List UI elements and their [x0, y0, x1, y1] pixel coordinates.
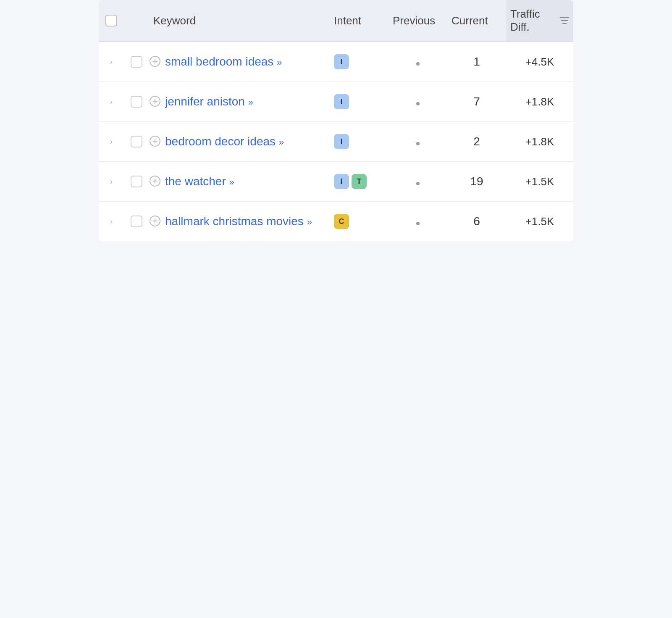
traffic-diff-cell: +4.5K [506, 55, 573, 68]
previous-column-header: Previous [388, 14, 447, 27]
table-row: › the watcher » I T 19 +1.5K [99, 162, 573, 202]
previous-dot [416, 62, 420, 66]
intent-cell: I [330, 94, 388, 109]
filter-icon[interactable] [560, 14, 569, 27]
intent-badge-i: I [334, 174, 349, 189]
previous-dot [416, 222, 420, 225]
row-select-checkbox[interactable] [131, 176, 142, 187]
intent-badge-c: C [334, 214, 349, 229]
intent-cell: I [330, 54, 388, 69]
traffic-diff-cell: +1.8K [506, 95, 573, 108]
intent-badge-i: I [334, 134, 349, 149]
previous-cell [388, 175, 447, 188]
previous-cell [388, 95, 447, 108]
keyword-table: Keyword Intent Previous Current Traffic … [99, 0, 573, 241]
chevron-right-icon: › [110, 177, 113, 186]
keyword-navigate-icon: » [277, 57, 282, 68]
previous-cell [388, 135, 447, 148]
row-checkbox-cell [124, 216, 149, 227]
row-checkbox-cell [124, 96, 149, 108]
traffic-diff-cell: +1.8K [506, 135, 573, 148]
row-checkbox-cell [124, 56, 149, 68]
keyword-navigate-icon: » [248, 97, 253, 108]
header-checkbox-cell [99, 15, 124, 26]
add-keyword-icon[interactable] [149, 55, 161, 70]
table-row: › jennifer aniston » I 7 +1.8K [99, 82, 573, 122]
keyword-navigate-icon: » [229, 177, 234, 187]
keyword-cell: jennifer aniston » [149, 94, 330, 110]
row-expand-chevron[interactable]: › [99, 97, 124, 106]
current-column-header: Current [447, 14, 506, 27]
traffic-diff-cell: +1.5K [506, 175, 573, 188]
intent-badge-t: T [352, 174, 367, 189]
add-keyword-icon[interactable] [149, 95, 161, 110]
intent-badge-i: I [334, 94, 349, 109]
keyword-cell: small bedroom ideas » [149, 54, 330, 70]
keyword-link[interactable]: jennifer aniston » [165, 94, 253, 110]
keyword-cell: hallmark christmas movies » [149, 213, 330, 229]
table-row: › small bedroom ideas » I 1 +4.5K [99, 42, 573, 82]
row-expand-chevron[interactable]: › [99, 177, 124, 186]
current-cell: 19 [447, 175, 506, 188]
traffic-diff-cell: +1.5K [506, 215, 573, 228]
intent-cell: I T [330, 174, 388, 189]
previous-dot [416, 182, 420, 185]
chevron-right-icon: › [110, 58, 113, 66]
previous-cell [388, 55, 447, 68]
header-select-all-checkbox[interactable] [105, 15, 117, 26]
row-select-checkbox[interactable] [131, 96, 142, 108]
keyword-link[interactable]: hallmark christmas movies » [165, 213, 312, 229]
previous-dot [416, 142, 420, 145]
chevron-right-icon: › [110, 217, 113, 226]
intent-badge-i: I [334, 54, 349, 69]
add-keyword-icon[interactable] [149, 135, 161, 150]
table-header: Keyword Intent Previous Current Traffic … [99, 0, 573, 42]
row-select-checkbox[interactable] [131, 216, 142, 227]
current-cell: 7 [447, 95, 506, 108]
row-expand-chevron[interactable]: › [99, 137, 124, 146]
row-expand-chevron[interactable]: › [99, 58, 124, 66]
traffic-diff-label: Traffic Diff. [510, 8, 556, 34]
add-keyword-icon[interactable] [149, 215, 161, 229]
keyword-cell: the watcher » [149, 174, 330, 189]
keyword-column-header: Keyword [149, 14, 330, 27]
current-cell: 1 [447, 55, 506, 68]
chevron-right-icon: › [110, 137, 113, 146]
chevron-right-icon: › [110, 97, 113, 106]
previous-cell [388, 215, 447, 228]
traffic-diff-column-header: Traffic Diff. [506, 0, 573, 41]
intent-cell: I [330, 134, 388, 149]
row-expand-chevron[interactable]: › [99, 217, 124, 226]
table-row: › hallmark christmas movies » C 6 +1.5K [99, 202, 573, 241]
row-checkbox-cell [124, 176, 149, 187]
keyword-navigate-icon: » [307, 217, 312, 227]
previous-dot [416, 102, 420, 105]
row-select-checkbox[interactable] [131, 136, 142, 147]
keyword-navigate-icon: » [279, 137, 284, 147]
table-row: › bedroom decor ideas » I 2 +1.8K [99, 122, 573, 162]
row-checkbox-cell [124, 136, 149, 147]
intent-cell: C [330, 214, 388, 229]
current-cell: 6 [447, 215, 506, 228]
intent-column-header: Intent [330, 14, 388, 27]
current-cell: 2 [447, 135, 506, 148]
keyword-cell: bedroom decor ideas » [149, 134, 330, 150]
add-keyword-icon[interactable] [149, 175, 161, 189]
keyword-link[interactable]: the watcher » [165, 174, 234, 189]
keyword-link[interactable]: bedroom decor ideas » [165, 134, 284, 150]
keyword-link[interactable]: small bedroom ideas » [165, 54, 282, 70]
row-select-checkbox[interactable] [131, 56, 142, 68]
